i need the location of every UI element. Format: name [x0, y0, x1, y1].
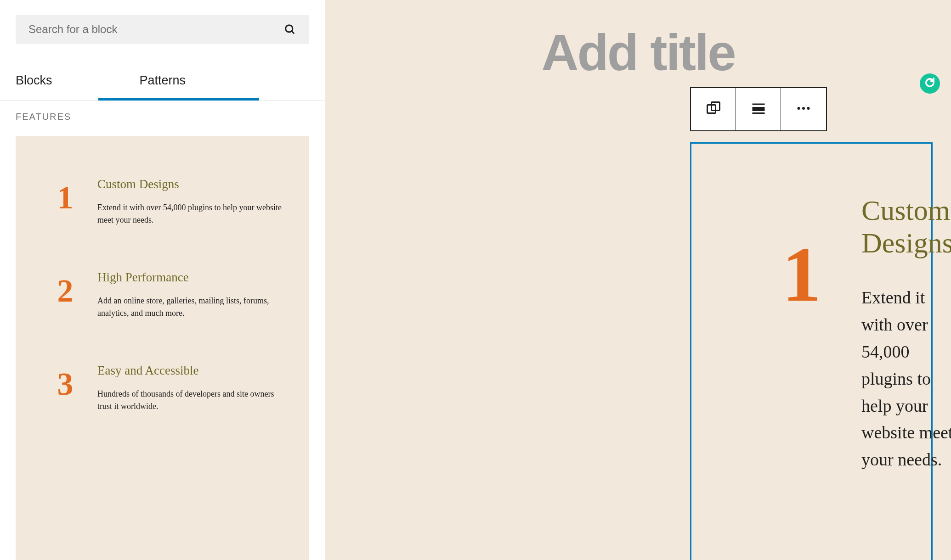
canvas-feature-desc[interactable]: Extend it with over 54,000 plugins to he…: [861, 284, 951, 473]
preview-feature-item: 1 Custom Designs Extend it with over 54,…: [33, 177, 292, 226]
preview-feature-item: 3 Easy and Accessible Hundreds of thousa…: [33, 364, 292, 413]
canvas-feature-item[interactable]: 1 Custom Designs Extend it with over 54,…: [742, 194, 881, 473]
svg-point-8: [802, 107, 805, 110]
preview-feature-body: Easy and Accessible Hundreds of thousand…: [97, 364, 292, 413]
svg-point-0: [286, 25, 293, 32]
grammarly-badge[interactable]: [920, 73, 940, 94]
preview-feature-item: 2 High Performance Add an online store, …: [33, 270, 292, 319]
block-toolbar: [690, 87, 827, 131]
preview-feature-number: 1: [33, 182, 97, 214]
tab-patterns[interactable]: Patterns: [98, 63, 260, 101]
tab-blocks[interactable]: Blocks: [0, 63, 98, 100]
page-title-input[interactable]: Add title: [325, 23, 951, 82]
svg-line-1: [292, 31, 294, 34]
preview-feature-title: High Performance: [97, 270, 283, 285]
preview-feature-body: High Performance Add an online store, ga…: [97, 270, 292, 319]
preview-feature-desc: Hundreds of thousands of developers and …: [97, 388, 283, 413]
inserter-tabs: Blocks Patterns: [0, 63, 325, 101]
preview-feature-number: 3: [33, 368, 97, 400]
preview-feature-title: Easy and Accessible: [97, 364, 283, 378]
preview-feature-desc: Add an online store, galleries, mailing …: [97, 295, 283, 319]
canvas-feature-title[interactable]: Custom Designs: [861, 194, 951, 259]
search-box[interactable]: [16, 15, 309, 44]
search-input[interactable]: [28, 23, 283, 36]
preview-feature-desc: Extend it with over 54,000 plugins to he…: [97, 202, 283, 226]
search-wrap: [0, 0, 325, 50]
preview-feature-title: Custom Designs: [97, 177, 283, 191]
preview-feature-number: 2: [33, 275, 97, 307]
more-options-button[interactable]: [781, 88, 826, 130]
group-icon: [705, 100, 722, 118]
grammarly-icon: [923, 76, 936, 91]
ellipsis-icon: [795, 100, 812, 118]
svg-point-7: [798, 107, 800, 110]
canvas-feature-body: Custom Designs Extend it with over 54,00…: [861, 194, 951, 473]
pattern-category-label: FEATURES: [0, 101, 325, 130]
editor-canvas[interactable]: Add title 1 Custom Designs Extend it wit…: [325, 0, 951, 560]
svg-rect-4: [752, 104, 764, 105]
svg-rect-6: [752, 112, 764, 114]
search-icon: [283, 23, 296, 36]
block-inserter-panel: Blocks Patterns FEATURES 1 Custom Design…: [0, 0, 325, 560]
preview-feature-body: Custom Designs Extend it with over 54,00…: [97, 177, 292, 226]
canvas-feature-number[interactable]: 1: [742, 235, 861, 314]
svg-rect-5: [752, 107, 764, 111]
selected-block-group[interactable]: 1 Custom Designs Extend it with over 54,…: [690, 142, 933, 560]
pattern-preview-features[interactable]: 1 Custom Designs Extend it with over 54,…: [16, 136, 309, 560]
align-icon: [750, 100, 767, 118]
align-button[interactable]: [736, 88, 781, 130]
block-type-button[interactable]: [691, 88, 736, 130]
svg-point-9: [807, 107, 810, 110]
